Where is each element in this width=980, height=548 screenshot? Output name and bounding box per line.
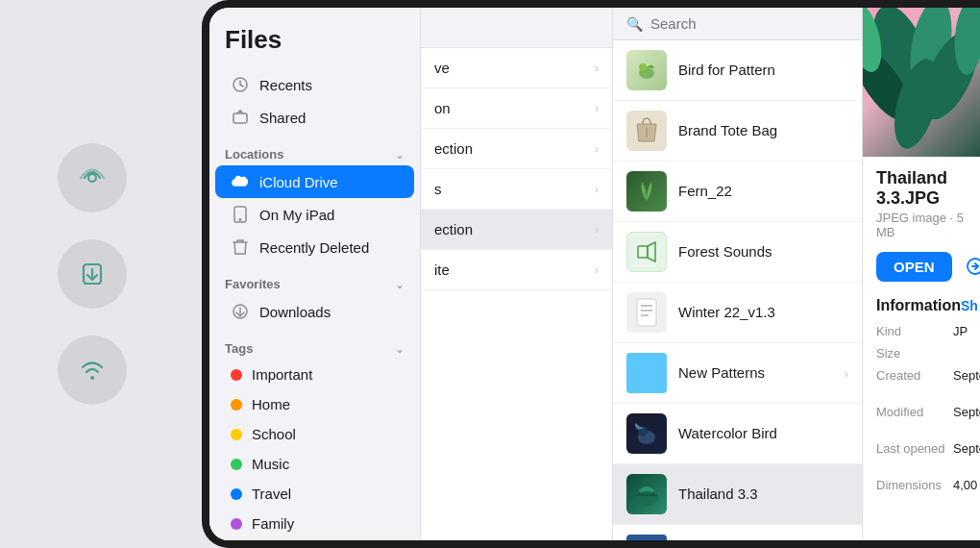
locations-label: Locations (225, 147, 283, 162)
tags-label: Tags (225, 341, 253, 356)
sidebar-item-recents[interactable]: Recents (215, 68, 414, 101)
sidebar-item-tag-travel[interactable]: Travel (215, 479, 414, 509)
info-row-last-opened: Last opened September 1 (876, 441, 967, 470)
sidebar-item-tag-home[interactable]: Home (215, 389, 414, 419)
file-item-thailand33[interactable]: Thailand 3.3 (613, 464, 862, 525)
winter22-thumb (626, 292, 667, 333)
watercolor-bird-thumb (626, 413, 667, 454)
sidebar-item-shared[interactable]: Shared (215, 101, 414, 134)
winter22-name: Winter 22_v1.3 (678, 304, 775, 320)
bird-pattern-name: Bird for Pattern (678, 62, 775, 78)
middle-item-4[interactable]: s › (421, 169, 612, 210)
sidebar-title: Files (209, 25, 420, 68)
fern-name: Fern_22 (678, 183, 732, 199)
middle-item-2[interactable]: on › (421, 88, 612, 129)
middle-item-6[interactable]: ite › (421, 250, 612, 290)
tags-chevron-icon: ⌄ (395, 342, 404, 356)
middle-chevron-6: › (595, 262, 599, 277)
deleted-label: Recently Deleted (259, 239, 369, 256)
download-icon-circle[interactable] (58, 239, 127, 309)
search-bar: 🔍 (613, 8, 862, 40)
info-row-dimensions: Dimensions 4,00 (876, 478, 967, 492)
file-item-bird-pattern[interactable]: Bird for Pattern (613, 40, 862, 101)
new-patterns-chevron-icon: › (845, 366, 848, 381)
info-more-link[interactable]: Sh (961, 298, 978, 313)
preview-filename: Thailand 3.3.JPG (876, 168, 967, 209)
shared-label: Shared (259, 110, 306, 126)
icloud-icon (231, 172, 250, 191)
school-label: School (252, 426, 296, 442)
info-row-size: Size (876, 346, 967, 361)
shared-icon (231, 108, 250, 127)
middle-item-3[interactable]: ection › (421, 129, 612, 169)
new-patterns-thumb (626, 353, 667, 393)
watercolor-bird-name: Watercolor Bird (678, 425, 777, 441)
file-item-forest-sounds[interactable]: Forest Sounds (613, 222, 862, 283)
downloads-icon (231, 302, 250, 321)
middle-item-1[interactable]: ve › (421, 48, 612, 88)
svg-rect-5 (233, 113, 247, 123)
sidebar-item-tag-family[interactable]: Family (215, 509, 414, 538)
middle-item-5[interactable]: ection › (421, 210, 612, 250)
sidebar-item-downloads[interactable]: Downloads (215, 295, 414, 328)
middle-column: ve › on › ection › s › ection › (421, 8, 613, 540)
locations-section-header[interactable]: Locations ⌄ (209, 134, 420, 165)
bird-pattern-thumb (626, 50, 667, 90)
thailand33-thumb (626, 474, 667, 514)
new-patterns-info: New Patterns (678, 364, 833, 382)
fern-info: Fern_22 (678, 183, 848, 200)
fern-thumb (626, 171, 667, 212)
forest-sounds-name: Forest Sounds (678, 243, 772, 260)
watercolor-bird-info: Watercolor Bird (678, 425, 848, 442)
important-dot (231, 369, 242, 381)
wifi-icon-circle[interactable] (58, 336, 127, 405)
sidebar-item-tag-music[interactable]: Music (215, 449, 414, 479)
middle-chevron-3: › (595, 141, 599, 156)
locations-chevron-icon: ⌄ (395, 148, 404, 162)
middle-chevron-1: › (595, 61, 599, 75)
svg-rect-15 (637, 299, 656, 326)
icloud-label: iCloud Drive (259, 174, 338, 190)
file-item-size-chart[interactable]: W Size Chart (613, 525, 862, 540)
family-label: Family (252, 515, 294, 532)
brand-tote-thumb (626, 111, 667, 151)
sidebar-item-tag-school[interactable]: School (215, 419, 414, 449)
preview-info: Thailand 3.3.JPG JPEG image · 5 MB OPEN (863, 157, 980, 511)
signal-icon-circle[interactable] (58, 143, 127, 212)
file-item-brand-tote[interactable]: Brand Tote Bag (613, 101, 862, 162)
important-label: Important (252, 366, 312, 383)
sidebar-item-tag-important[interactable]: Important (215, 360, 414, 389)
svg-rect-13 (638, 246, 648, 258)
middle-chevron-4: › (595, 182, 599, 196)
open-button[interactable]: OPEN (876, 252, 952, 282)
share-action-button[interactable] (966, 251, 980, 282)
favorites-label: Favorites (225, 277, 281, 291)
left-icons-panel (58, 143, 127, 405)
travel-label: Travel (252, 486, 291, 502)
search-icon: 🔍 (626, 16, 643, 32)
sidebar-item-deleted[interactable]: Recently Deleted (215, 231, 414, 263)
svg-marker-14 (648, 242, 655, 262)
favorites-section-header[interactable]: Favorites ⌄ (209, 263, 420, 295)
sidebar-item-ipad[interactable]: On My iPad (215, 198, 414, 231)
forest-sounds-info: Forest Sounds (678, 243, 848, 261)
thailand33-name: Thailand 3.3 (678, 486, 758, 502)
middle-chevron-2: › (595, 101, 599, 115)
svg-point-3 (90, 376, 94, 380)
info-row-created: Created September 1 (876, 368, 967, 397)
sidebar-item-icloud[interactable]: iCloud Drive (215, 165, 414, 198)
svg-point-7 (239, 219, 241, 221)
info-section-title: Information Sh (876, 297, 967, 314)
trash-icon (231, 237, 250, 257)
favorites-chevron-icon: ⌄ (395, 278, 404, 291)
file-item-fern[interactable]: Fern_22 (613, 162, 862, 222)
file-item-new-patterns[interactable]: New Patterns › (613, 343, 862, 404)
search-input[interactable] (650, 15, 848, 32)
file-item-winter22[interactable]: Winter 22_v1.3 (613, 283, 862, 343)
tags-section-header[interactable]: Tags ⌄ (209, 328, 420, 360)
recents-icon (231, 75, 250, 94)
school-dot (231, 429, 242, 440)
file-item-watercolor-bird[interactable]: Watercolor Bird (613, 404, 862, 464)
preview-image (863, 8, 980, 157)
info-row-modified: Modified September 1 (876, 405, 967, 434)
